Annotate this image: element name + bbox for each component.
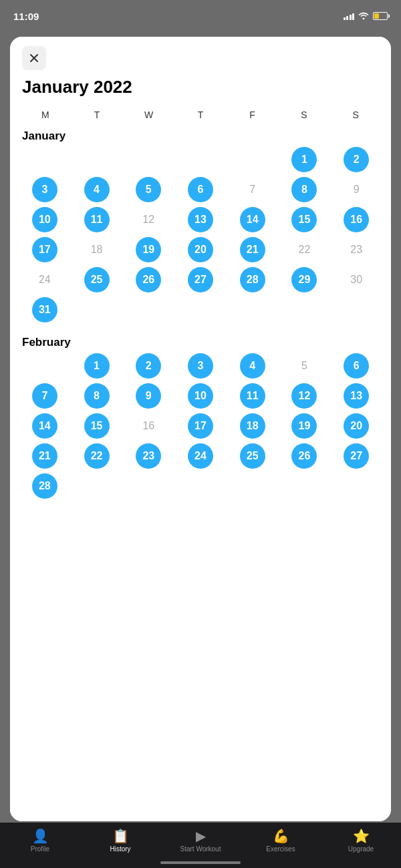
day-cell[interactable]: 20: [175, 236, 226, 264]
day-cell[interactable]: 23: [331, 236, 382, 264]
day-header-m: M: [19, 110, 71, 120]
day-cell[interactable]: 11: [72, 206, 122, 234]
day-number: 29: [291, 267, 317, 292]
day-cell[interactable]: 2: [123, 352, 174, 380]
day-cell[interactable]: 4: [227, 352, 278, 380]
calendar-scroll[interactable]: M T W T F S S January 123456789101112131…: [10, 104, 391, 821]
day-cell[interactable]: 21: [19, 442, 70, 470]
nav-item-upgrade[interactable]: ⭐ Upgrade: [321, 828, 401, 853]
day-number: 9: [344, 177, 369, 202]
day-cell[interactable]: 1: [72, 352, 122, 380]
exercises-icon: 💪: [273, 828, 289, 844]
day-cell[interactable]: 14: [19, 412, 70, 440]
day-number: 22: [291, 237, 317, 262]
day-cell[interactable]: 3: [175, 352, 226, 380]
status-icons: [344, 11, 388, 21]
day-cell[interactable]: 17: [19, 236, 70, 264]
day-cell[interactable]: 26: [123, 266, 174, 294]
day-number: 12: [136, 207, 161, 232]
day-cell[interactable]: 4: [72, 176, 122, 204]
day-number: 24: [188, 443, 213, 469]
day-header-w: W: [123, 110, 174, 120]
day-cell[interactable]: 1: [279, 146, 330, 174]
day-number: 21: [32, 443, 57, 469]
signal-icon: [344, 12, 355, 20]
day-number: 11: [84, 207, 110, 232]
day-cell[interactable]: 27: [175, 266, 226, 294]
day-cell[interactable]: 10: [19, 206, 70, 234]
day-cell[interactable]: 15: [279, 206, 330, 234]
day-header-f: F: [227, 110, 278, 120]
day-number: 7: [240, 177, 265, 202]
day-cell[interactable]: 3: [19, 176, 70, 204]
nav-label-exercises: Exercises: [266, 845, 295, 853]
day-cell[interactable]: 14: [227, 206, 278, 234]
day-cell[interactable]: 19: [279, 412, 330, 440]
home-indicator: [160, 861, 241, 864]
day-cell[interactable]: 13: [331, 382, 382, 410]
day-cell[interactable]: 25: [227, 442, 278, 470]
nav-item-history[interactable]: 📋 History: [80, 828, 160, 853]
january-grid: 1234567891011121314151617181920212223242…: [19, 146, 382, 324]
day-cell[interactable]: 21: [227, 236, 278, 264]
day-cell[interactable]: 8: [72, 382, 122, 410]
day-cell[interactable]: 11: [227, 382, 278, 410]
day-cell[interactable]: 15: [72, 412, 122, 440]
day-number: 15: [291, 207, 317, 232]
day-cell[interactable]: 16: [331, 206, 382, 234]
day-cell[interactable]: 6: [331, 352, 382, 380]
day-cell[interactable]: 22: [279, 236, 330, 264]
day-cell[interactable]: 22: [72, 442, 122, 470]
day-cell[interactable]: 24: [19, 266, 70, 294]
day-number: 18: [84, 237, 110, 262]
day-cell[interactable]: 28: [19, 472, 70, 500]
day-cell[interactable]: 18: [227, 412, 278, 440]
day-cell[interactable]: 12: [279, 382, 330, 410]
day-cell[interactable]: 19: [123, 236, 174, 264]
day-cell[interactable]: 7: [19, 382, 70, 410]
day-cell[interactable]: 7: [227, 176, 278, 204]
day-number: 2: [136, 353, 161, 379]
february-grid: 1234567891011121314151617181920212223242…: [19, 352, 382, 500]
day-cell[interactable]: 20: [331, 412, 382, 440]
day-cell[interactable]: 8: [279, 176, 330, 204]
day-cell[interactable]: 24: [175, 442, 226, 470]
day-cell[interactable]: 12: [123, 206, 174, 234]
modal-header: January 2022: [10, 37, 391, 104]
day-number: 4: [240, 353, 265, 379]
day-number: 19: [291, 413, 317, 439]
day-cell[interactable]: 9: [123, 382, 174, 410]
day-cell[interactable]: 2: [331, 146, 382, 174]
day-number: 8: [84, 383, 110, 409]
day-cell[interactable]: 29: [279, 266, 330, 294]
month-february-label: February: [19, 329, 382, 352]
day-cell[interactable]: 6: [175, 176, 226, 204]
day-cell[interactable]: 27: [331, 442, 382, 470]
day-cell[interactable]: 26: [279, 442, 330, 470]
nav-item-exercises[interactable]: 💪 Exercises: [241, 828, 321, 853]
empty-cell: [227, 146, 278, 174]
start-workout-icon: ▶: [196, 828, 206, 844]
day-number: 10: [32, 207, 57, 232]
calendar-modal: January 2022 M T W T F S S January 12345…: [10, 37, 391, 821]
day-cell[interactable]: 23: [123, 442, 174, 470]
day-cell[interactable]: 25: [72, 266, 122, 294]
day-number: 16: [136, 413, 161, 439]
day-cell[interactable]: 17: [175, 412, 226, 440]
day-number: 28: [240, 267, 265, 292]
day-cell[interactable]: 18: [72, 236, 122, 264]
day-cell[interactable]: 10: [175, 382, 226, 410]
day-cell[interactable]: 5: [123, 176, 174, 204]
nav-item-profile[interactable]: 👤 Profile: [0, 828, 80, 853]
day-cell[interactable]: 9: [331, 176, 382, 204]
empty-cell: [19, 146, 70, 174]
day-cell[interactable]: 28: [227, 266, 278, 294]
day-cell[interactable]: 5: [279, 352, 330, 380]
empty-cell: [19, 352, 70, 380]
close-button[interactable]: [22, 46, 46, 70]
nav-item-start-workout[interactable]: ▶ Start Workout: [160, 828, 241, 853]
day-cell[interactable]: 16: [123, 412, 174, 440]
day-cell[interactable]: 31: [19, 296, 70, 324]
day-cell[interactable]: 13: [175, 206, 226, 234]
day-cell[interactable]: 30: [331, 266, 382, 294]
